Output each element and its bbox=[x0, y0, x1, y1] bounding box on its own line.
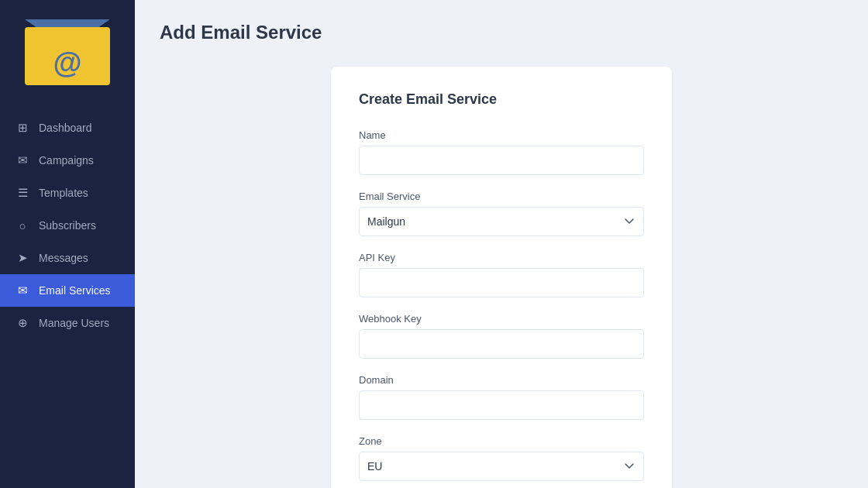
sidebar-item-label: Email Services bbox=[39, 284, 111, 297]
page-header: Add Email Service bbox=[135, 0, 868, 59]
sidebar-item-label: Templates bbox=[39, 187, 88, 199]
form-container: Create Email Service Name Email Service … bbox=[135, 59, 868, 488]
webhook-key-field-group: Webhook Key bbox=[359, 313, 644, 359]
zone-label: Zone bbox=[359, 435, 644, 447]
domain-input[interactable] bbox=[359, 390, 644, 420]
api-key-field-group: API Key bbox=[359, 252, 644, 297]
page-title: Add Email Service bbox=[160, 22, 843, 43]
sidebar-item-email-services[interactable]: ✉ Email Services bbox=[0, 274, 135, 307]
sidebar-item-templates[interactable]: ☰ Templates bbox=[0, 177, 135, 209]
sidebar-logo: @ bbox=[0, 0, 135, 104]
email-service-field-group: Email Service Mailgun SendGrid Amazon SE… bbox=[359, 191, 644, 236]
name-input[interactable] bbox=[359, 146, 644, 175]
sidebar-item-dashboard[interactable]: ⊞ Dashboard bbox=[0, 112, 135, 144]
messages-icon: ➤ bbox=[16, 251, 29, 265]
sidebar-item-label: Subscribers bbox=[39, 219, 96, 232]
sidebar: @ ⊞ Dashboard ✉ Campaigns ☰ Templates ○ … bbox=[0, 0, 135, 488]
form-card-title: Create Email Service bbox=[359, 91, 644, 108]
sidebar-item-label: Manage Users bbox=[39, 317, 109, 329]
domain-field-group: Domain bbox=[359, 374, 644, 420]
api-key-label: API Key bbox=[359, 252, 644, 263]
domain-label: Domain bbox=[359, 374, 644, 386]
api-key-input[interactable] bbox=[359, 268, 644, 297]
email-service-label: Email Service bbox=[359, 191, 644, 202]
dashboard-icon: ⊞ bbox=[16, 121, 29, 135]
zone-field-group: Zone EU US bbox=[359, 435, 644, 481]
manage-users-icon: ⊕ bbox=[16, 316, 29, 330]
sidebar-item-subscribers[interactable]: ○ Subscribers bbox=[0, 209, 135, 242]
zone-select[interactable]: EU US bbox=[359, 452, 644, 481]
sidebar-item-label: Campaigns bbox=[39, 154, 94, 167]
sidebar-item-label: Messages bbox=[39, 252, 88, 264]
email-service-select[interactable]: Mailgun SendGrid Amazon SES Postmark bbox=[359, 207, 644, 236]
campaigns-icon: ✉ bbox=[16, 153, 29, 167]
name-field-group: Name bbox=[359, 129, 644, 175]
subscribers-icon: ○ bbox=[16, 218, 29, 232]
sidebar-item-manage-users[interactable]: ⊕ Manage Users bbox=[0, 307, 135, 339]
webhook-key-label: Webhook Key bbox=[359, 313, 644, 325]
webhook-key-input[interactable] bbox=[359, 329, 644, 359]
envelope-body: @ bbox=[25, 27, 110, 85]
sidebar-nav: ⊞ Dashboard ✉ Campaigns ☰ Templates ○ Su… bbox=[0, 104, 135, 488]
logo-envelope: @ bbox=[25, 19, 110, 85]
email-services-icon: ✉ bbox=[16, 284, 29, 297]
sidebar-item-label: Dashboard bbox=[39, 122, 92, 134]
form-card: Create Email Service Name Email Service … bbox=[331, 67, 672, 488]
sidebar-item-messages[interactable]: ➤ Messages bbox=[0, 242, 135, 274]
main-content: Add Email Service Create Email Service N… bbox=[135, 0, 868, 488]
sidebar-item-campaigns[interactable]: ✉ Campaigns bbox=[0, 144, 135, 177]
name-label: Name bbox=[359, 129, 644, 141]
at-symbol: @ bbox=[53, 48, 81, 77]
templates-icon: ☰ bbox=[16, 186, 29, 200]
